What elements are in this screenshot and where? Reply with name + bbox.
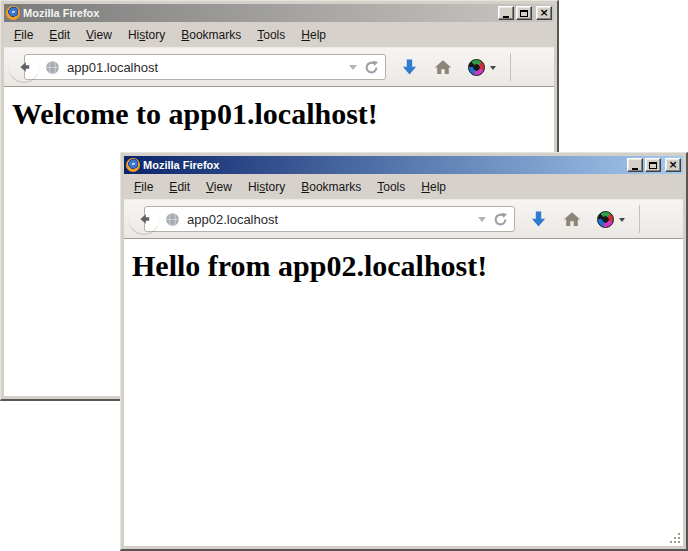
menu-item-help[interactable]: Help	[413, 177, 454, 197]
firefox-logo-icon	[6, 6, 20, 20]
firefox-window-app02: Mozilla Firefox × FileEditViewHistoryBoo…	[120, 152, 688, 551]
home-icon	[434, 59, 452, 75]
minimize-button[interactable]	[627, 158, 643, 172]
maximize-icon	[649, 162, 657, 169]
back-arrow-icon	[136, 211, 152, 227]
globe-icon[interactable]	[45, 60, 60, 75]
menu-item-edit[interactable]: Edit	[41, 25, 78, 45]
page-heading: Welcome to app01.localhost!	[4, 97, 554, 131]
menu-item-tools[interactable]: Tools	[369, 177, 413, 197]
reload-icon[interactable]	[364, 60, 379, 75]
back-button[interactable]	[9, 52, 39, 82]
menu-item-view[interactable]: View	[198, 177, 240, 197]
window-controls: ×	[627, 158, 681, 172]
address-bar[interactable]: app02.localhost	[144, 206, 515, 232]
download-button[interactable]	[401, 58, 418, 76]
menu-item-file[interactable]: File	[126, 177, 161, 197]
download-arrow-icon	[530, 210, 547, 228]
extension-button[interactable]	[597, 211, 625, 228]
close-icon: ×	[539, 7, 548, 18]
menu-item-history[interactable]: History	[240, 177, 293, 197]
url-text: app01.localhost	[67, 60, 342, 75]
menu-item-tools[interactable]: Tools	[249, 25, 293, 45]
menu-item-file[interactable]: File	[6, 25, 41, 45]
address-bar[interactable]: app01.localhost	[24, 54, 386, 80]
home-button[interactable]	[434, 59, 452, 75]
toolbar-buttons	[401, 53, 544, 81]
download-arrow-icon	[401, 58, 418, 76]
chevron-down-icon	[619, 218, 625, 225]
menu-bar: FileEditViewHistoryBookmarksToolsHelp	[4, 22, 554, 47]
close-icon: ×	[668, 159, 677, 170]
firefox-logo-icon	[126, 158, 140, 172]
chevron-down-icon[interactable]	[478, 217, 486, 226]
navigation-toolbar: app02.localhost	[124, 199, 683, 239]
minimize-button[interactable]	[498, 6, 514, 20]
window-controls: ×	[498, 6, 552, 20]
back-button[interactable]	[129, 204, 159, 234]
titlebar[interactable]: Mozilla Firefox ×	[4, 4, 554, 22]
close-button[interactable]: ×	[536, 6, 552, 20]
back-arrow-icon	[16, 59, 32, 75]
menu-item-view[interactable]: View	[78, 25, 120, 45]
menu-item-edit[interactable]: Edit	[161, 177, 198, 197]
menu-item-history[interactable]: History	[120, 25, 173, 45]
window-title: Mozilla Firefox	[23, 7, 495, 19]
home-icon	[563, 211, 581, 227]
extension-button[interactable]	[468, 59, 496, 76]
toolbar-separator	[510, 53, 511, 81]
maximize-button[interactable]	[645, 158, 661, 172]
menu-item-bookmarks[interactable]: Bookmarks	[293, 177, 369, 197]
window-title: Mozilla Firefox	[143, 159, 624, 171]
maximize-button[interactable]	[516, 6, 532, 20]
chevron-down-icon	[490, 66, 496, 73]
app-menu-button[interactable]	[524, 60, 544, 75]
navigation-toolbar: app01.localhost	[4, 47, 554, 87]
page-heading: Hello from app02.localhost!	[124, 249, 683, 283]
download-button[interactable]	[530, 210, 547, 228]
reload-icon[interactable]	[493, 212, 508, 227]
menu-item-bookmarks[interactable]: Bookmarks	[173, 25, 249, 45]
app-menu-button[interactable]	[653, 212, 673, 227]
resize-grip-icon	[670, 533, 681, 544]
url-text: app02.localhost	[187, 212, 471, 227]
toolbar-buttons	[530, 205, 673, 233]
maximize-icon	[520, 10, 528, 17]
menu-item-help[interactable]: Help	[293, 25, 334, 45]
menu-bar: FileEditViewHistoryBookmarksToolsHelp	[124, 174, 683, 199]
color-wheel-icon	[597, 211, 614, 228]
resize-grip[interactable]	[668, 531, 682, 545]
titlebar[interactable]: Mozilla Firefox ×	[124, 156, 683, 174]
minimize-icon	[632, 168, 638, 170]
chevron-down-icon[interactable]	[349, 65, 357, 74]
color-wheel-icon	[468, 59, 485, 76]
page-content: Hello from app02.localhost!	[124, 239, 683, 546]
toolbar-separator	[639, 205, 640, 233]
close-button[interactable]: ×	[665, 158, 681, 172]
globe-icon[interactable]	[165, 212, 180, 227]
minimize-icon	[503, 16, 509, 18]
home-button[interactable]	[563, 211, 581, 227]
